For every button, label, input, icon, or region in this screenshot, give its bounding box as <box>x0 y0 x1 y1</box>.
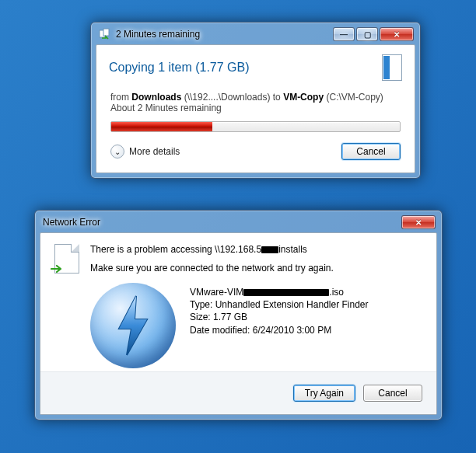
progress-bar <box>110 121 401 132</box>
from-name: Downloads <box>131 92 181 103</box>
file-type-icon <box>90 283 176 368</box>
from-path: (\\192....\Downloads) <box>184 92 271 103</box>
close-button[interactable]: ✕ <box>401 215 436 229</box>
error-message-secondary: Make sure you are connected to the netwo… <box>90 263 422 274</box>
to-name: VM-Copy <box>283 92 324 103</box>
progress-fill <box>111 122 212 131</box>
window-title: 2 Minutes remaining <box>116 29 331 40</box>
from-label: from <box>110 92 129 103</box>
file-name: VMware-VIM.iso <box>190 286 369 298</box>
window-title: Network Error <box>43 217 400 228</box>
client-area: Copying 1 item (1.77 GB) from Downloads … <box>96 44 415 173</box>
more-details-toggle[interactable]: ⌄ More details <box>110 145 180 159</box>
svg-rect-1 <box>103 29 109 36</box>
file-metadata: VMware-VIM.iso Type: Unhandled Extension… <box>190 283 369 368</box>
redacted-text <box>261 246 278 253</box>
arrow-right-icon <box>51 262 65 276</box>
file-size: Size: 1.77 GB <box>190 311 369 323</box>
file-type: Type: Unhandled Extension Handler Finder <box>190 298 369 311</box>
lightning-icon <box>110 294 156 357</box>
more-details-label: More details <box>129 146 180 157</box>
to-path: (C:\VM-Copy) <box>326 92 383 103</box>
cancel-button[interactable]: Cancel <box>341 143 401 160</box>
minimize-button[interactable]: — <box>333 27 355 41</box>
window-controls: ✕ <box>400 215 436 229</box>
file-date: Date modified: 6/24/2010 3:00 PM <box>190 324 369 336</box>
document-icon <box>54 244 79 274</box>
error-message-primary: There is a problem accessing \\192.168.5… <box>90 244 422 255</box>
to-label: to <box>273 92 281 103</box>
copy-icon <box>99 28 111 40</box>
redacted-text <box>243 289 329 296</box>
network-error-window: Network Error ✕ There is a problem acces… <box>34 210 443 420</box>
cancel-button[interactable]: Cancel <box>363 385 422 402</box>
copy-progress-window: 2 Minutes remaining — ▢ ✕ Copying 1 item… <box>90 22 421 179</box>
window-controls: — ▢ ✕ <box>331 27 414 41</box>
titlebar[interactable]: 2 Minutes remaining — ▢ ✕ <box>96 27 415 44</box>
maximize-button[interactable]: ▢ <box>356 27 378 41</box>
copy-details: from Downloads (\\192....\Downloads) to … <box>96 87 415 113</box>
client-area: There is a problem accessing \\192.168.5… <box>40 232 437 415</box>
titlebar[interactable]: Network Error ✕ <box>40 215 437 232</box>
page-icon <box>382 54 402 81</box>
close-button[interactable]: ✕ <box>380 27 414 41</box>
try-again-button[interactable]: Try Again <box>293 385 355 402</box>
time-remaining: About 2 Minutes remaining <box>110 103 401 113</box>
copy-heading: Copying 1 item (1.77 GB) <box>109 61 382 75</box>
chevron-down-icon: ⌄ <box>110 145 124 159</box>
